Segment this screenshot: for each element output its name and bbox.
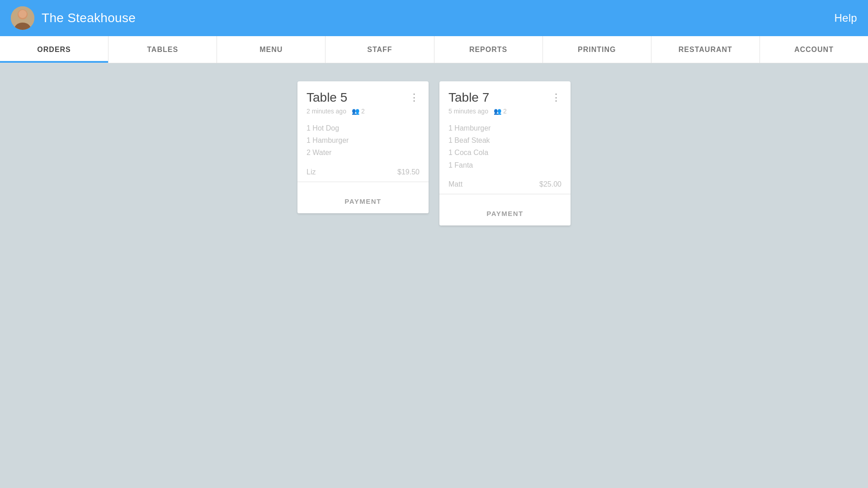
table7-item-3: 1 Coca Cola [448, 146, 561, 159]
nav-staff[interactable]: STAFF [326, 36, 434, 63]
card-body-table5: Table 5 ⋮ 2 minutes ago 👥 2 1 Hot Dog 1 … [297, 81, 429, 189]
more-options-icon-table7[interactable]: ⋮ [551, 93, 561, 103]
table7-item-2: 1 Beaf Steak [448, 134, 561, 146]
nav-reports[interactable]: REPORTS [434, 36, 543, 63]
table5-item-1: 1 Hot Dog [307, 122, 420, 134]
table5-items: 1 Hot Dog 1 Hamburger 2 Water [307, 122, 420, 159]
table7-name: Table 7 [448, 90, 489, 105]
table7-waiter: Matt [448, 180, 462, 188]
order-card-table5: Table 5 ⋮ 2 minutes ago 👥 2 1 Hot Dog 1 … [297, 81, 429, 213]
table5-total: $19.50 [397, 168, 420, 176]
table5-footer-info: Liz $19.50 [307, 168, 420, 178]
table7-footer-info: Matt $25.00 [448, 180, 561, 190]
nav-tables[interactable]: TABLES [108, 36, 217, 63]
table5-time: 2 minutes ago [307, 108, 346, 115]
table7-item-1: 1 Hamburger [448, 122, 561, 134]
more-options-icon-table5[interactable]: ⋮ [409, 93, 420, 103]
table7-guests: 👥 2 [494, 108, 507, 115]
svg-point-3 [19, 10, 27, 18]
card-header-table7: Table 7 ⋮ [448, 90, 561, 105]
guests-icon-table7: 👥 [494, 108, 501, 115]
card-body-table7: Table 7 ⋮ 5 minutes ago 👥 2 1 Hamburger … [439, 81, 571, 202]
card-header-table5: Table 5 ⋮ [307, 90, 420, 105]
table7-item-4: 1 Fanta [448, 159, 561, 171]
card-meta-table7: 5 minutes ago 👥 2 [448, 108, 561, 115]
card-meta-table5: 2 minutes ago 👥 2 [307, 108, 420, 115]
guests-icon-table5: 👥 [352, 108, 359, 115]
table5-item-2: 1 Hamburger [307, 134, 420, 146]
table7-divider [439, 194, 571, 194]
table7-time: 5 minutes ago [448, 108, 488, 115]
order-card-table7: Table 7 ⋮ 5 minutes ago 👥 2 1 Hamburger … [439, 81, 571, 225]
header: The Steakhouse Help [0, 0, 868, 36]
orders-area: Table 5 ⋮ 2 minutes ago 👥 2 1 Hot Dog 1 … [0, 63, 868, 244]
app-title: The Steakhouse [42, 11, 136, 25]
table5-item-3: 2 Water [307, 146, 420, 159]
table5-payment-button[interactable]: PAYMENT [297, 189, 429, 213]
table5-guests: 👥 2 [352, 108, 365, 115]
nav-menu[interactable]: MENU [217, 36, 326, 63]
table5-waiter: Liz [307, 168, 316, 176]
main-nav: ORDERS TABLES MENU STAFF REPORTS PRINTIN… [0, 36, 868, 63]
nav-orders[interactable]: ORDERS [0, 36, 108, 63]
help-button[interactable]: Help [834, 12, 857, 24]
table7-total: $25.00 [539, 180, 561, 188]
table5-divider [297, 182, 429, 182]
nav-restaurant[interactable]: RESTAURANT [651, 36, 760, 63]
table5-name: Table 5 [307, 90, 347, 105]
avatar [11, 6, 34, 30]
nav-account[interactable]: ACCOUNT [760, 36, 868, 63]
table7-payment-button[interactable]: PAYMENT [439, 202, 571, 225]
nav-printing[interactable]: PRINTING [543, 36, 651, 63]
table7-items: 1 Hamburger 1 Beaf Steak 1 Coca Cola 1 F… [448, 122, 561, 171]
header-left: The Steakhouse [11, 6, 136, 30]
